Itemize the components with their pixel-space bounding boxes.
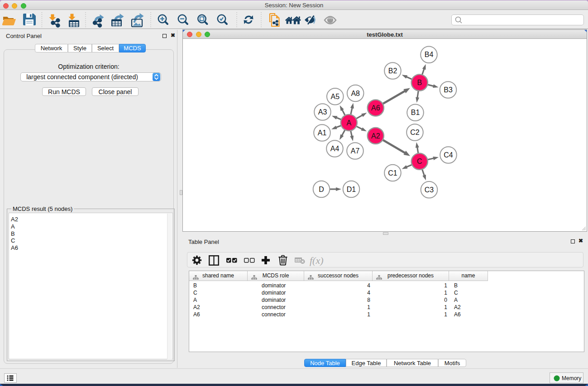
- svg-text:C4: C4: [444, 151, 453, 159]
- svg-text:C2: C2: [410, 129, 420, 136]
- svg-text:A1: A1: [318, 129, 327, 137]
- svg-text:B2: B2: [388, 67, 397, 75]
- svg-text:C3: C3: [425, 186, 434, 194]
- svg-text:A: A: [346, 119, 351, 127]
- svg-text:A4: A4: [330, 145, 339, 152]
- svg-text:B3: B3: [444, 86, 453, 94]
- svg-text:D: D: [319, 186, 324, 193]
- svg-text:A5: A5: [331, 93, 340, 100]
- svg-text:f(x): f(x): [310, 255, 324, 266]
- svg-text:A3: A3: [318, 108, 327, 116]
- svg-text:A6: A6: [371, 104, 380, 112]
- svg-text:B4: B4: [425, 51, 434, 58]
- svg-text:A7: A7: [351, 147, 360, 155]
- svg-text:C: C: [417, 157, 422, 165]
- svg-text:D1: D1: [347, 186, 356, 193]
- svg-text:B: B: [417, 79, 422, 86]
- svg-text:A8: A8: [351, 90, 360, 97]
- svg-text:A2: A2: [371, 132, 380, 140]
- svg-text:B1: B1: [411, 109, 420, 116]
- svg-text:C1: C1: [388, 169, 397, 177]
